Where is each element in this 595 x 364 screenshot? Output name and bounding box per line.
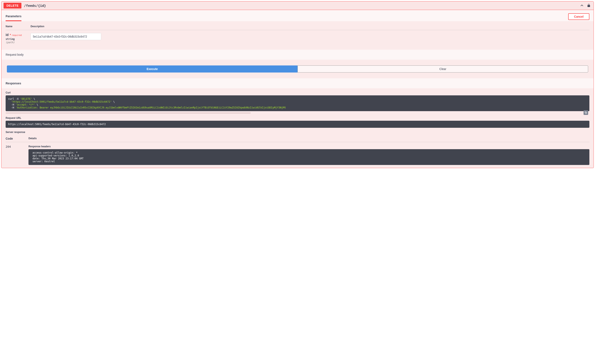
id-input[interactable] bbox=[31, 33, 101, 40]
column-name: Name bbox=[6, 25, 31, 28]
parameters-table: Name Description id * required string (p… bbox=[1, 21, 594, 50]
param-type: string bbox=[6, 38, 31, 41]
responses-header: Responses bbox=[1, 78, 594, 88]
server-response-label: Server response bbox=[6, 131, 589, 133]
summary-icons bbox=[580, 3, 591, 8]
param-in: (path) bbox=[6, 41, 31, 44]
responses-body: Curl curl -X 'DELETE' \ 'https://localho… bbox=[1, 88, 594, 168]
copy-icon[interactable] bbox=[584, 110, 588, 115]
parameters-tab[interactable]: Parameters bbox=[6, 12, 21, 21]
opblock-delete: DELETE /feeds/{id} Parameters Cancel Nam… bbox=[1, 1, 594, 168]
response-headers-label: Response headers bbox=[28, 145, 589, 148]
chevron-up-icon[interactable] bbox=[580, 3, 584, 8]
endpoint-path: /feeds/{id} bbox=[24, 4, 580, 8]
response-columns: Code Details bbox=[6, 135, 589, 142]
column-description: Description bbox=[31, 25, 44, 28]
horizontal-scrollbar[interactable] bbox=[6, 112, 251, 114]
parameters-header: Parameters Cancel bbox=[1, 10, 594, 21]
execute-bar: Execute Clear bbox=[1, 60, 594, 78]
request-body-section: Request body bbox=[1, 50, 594, 60]
parameter-row: id * required string (path) bbox=[6, 30, 589, 50]
curl-wrap: curl -X 'DELETE' \ 'https://localhost:50… bbox=[6, 95, 589, 114]
curl-code[interactable]: curl -X 'DELETE' \ 'https://localhost:50… bbox=[6, 95, 589, 111]
cancel-button[interactable]: Cancel bbox=[568, 13, 589, 20]
http-method-badge: DELETE bbox=[4, 3, 21, 8]
request-body-label: Request body bbox=[6, 53, 23, 56]
response-row: 204 Response headers access-control-allo… bbox=[6, 142, 589, 165]
request-url-code[interactable]: https://localhost:5001/feeds/5e11a7cd-bb… bbox=[6, 121, 589, 128]
required-label: required bbox=[12, 34, 22, 36]
opblock-summary[interactable]: DELETE /feeds/{id} bbox=[1, 1, 594, 10]
required-star: * bbox=[10, 33, 11, 36]
response-headers-code[interactable]: access-control-allow-origin: * api-suppo… bbox=[28, 149, 589, 165]
clear-button[interactable]: Clear bbox=[298, 65, 588, 72]
parameter-meta: id * required string (path) bbox=[6, 33, 31, 44]
responses-label: Responses bbox=[6, 82, 21, 85]
request-url-label: Request URL bbox=[6, 117, 589, 119]
param-input-cell bbox=[31, 33, 101, 40]
lock-icon[interactable] bbox=[587, 4, 591, 8]
param-name: id bbox=[6, 33, 8, 36]
parameters-columns: Name Description bbox=[6, 21, 589, 30]
column-details: Details bbox=[28, 137, 37, 140]
curl-label: Curl bbox=[6, 91, 589, 94]
response-status-code: 204 bbox=[6, 145, 28, 148]
response-details: Response headers access-control-allow-or… bbox=[28, 145, 589, 165]
column-code: Code bbox=[6, 137, 28, 140]
execute-button[interactable]: Execute bbox=[7, 65, 298, 72]
